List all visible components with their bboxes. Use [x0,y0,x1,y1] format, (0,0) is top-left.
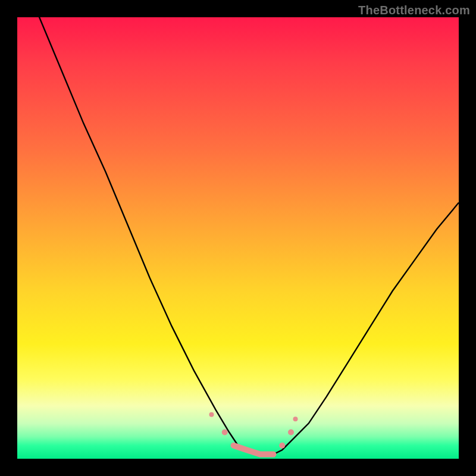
watermark-text: TheBottleneck.com [358,4,470,17]
svg-point-4 [293,416,298,421]
svg-point-1 [222,430,228,436]
svg-point-2 [279,443,285,449]
chart-svg [17,17,459,459]
outer-frame: TheBottleneck.com [0,0,476,476]
bottleneck-curve [17,0,459,455]
svg-point-3 [288,430,294,436]
svg-point-0 [209,412,214,417]
